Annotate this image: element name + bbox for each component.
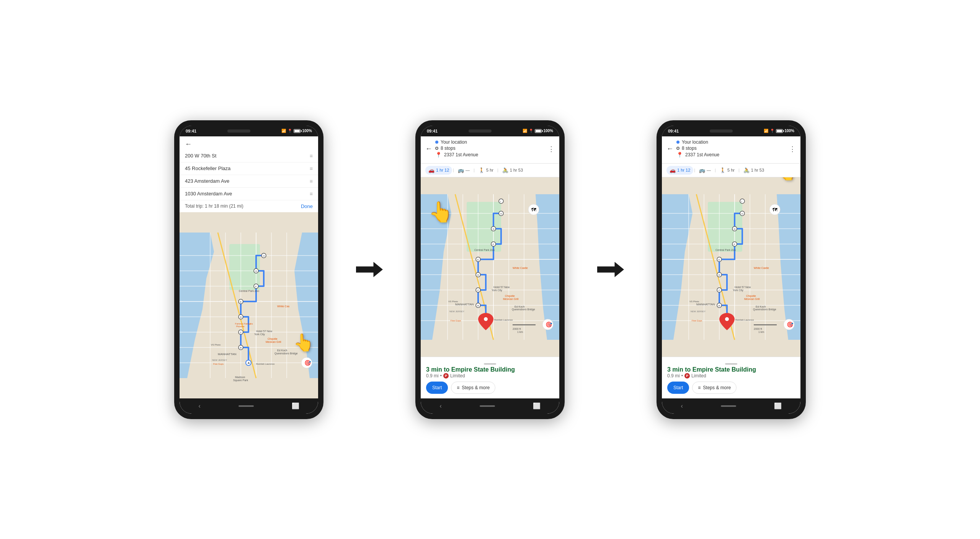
tab-walk-3[interactable]: 🚶 5 hr	[717, 166, 738, 175]
red-pin-2: 📍	[435, 152, 442, 158]
svg-point-87	[499, 199, 503, 203]
steps-more-button-3[interactable]: ≡ Steps & more	[692, 382, 737, 394]
svg-text:🎯: 🎯	[787, 321, 794, 328]
svg-text:Central Park Zoo: Central Park Zoo	[715, 249, 736, 251]
battery-pct-1: 100%	[302, 129, 312, 133]
svg-text:VS Photo: VS Photo	[448, 300, 458, 303]
svg-text:H: H	[263, 255, 265, 257]
done-button[interactable]: Done	[301, 203, 313, 209]
start-button-3[interactable]: Start	[667, 382, 689, 394]
svg-text:F: F	[493, 243, 494, 246]
svg-text:White Castle: White Castle	[513, 267, 528, 269]
bottom-sheet-2: 3 min to Empire State Building 0.9 mi • …	[421, 357, 559, 398]
time-2: 09:41	[427, 129, 438, 133]
svg-text:C: C	[477, 289, 479, 292]
tab-bike-2[interactable]: 🚴 1 hr 53	[499, 166, 526, 175]
tab-walk-2[interactable]: 🚶 5 hr	[475, 166, 497, 175]
parking-badge-3: P	[684, 373, 690, 378]
battery-pct-2: 100%	[543, 129, 553, 133]
svg-text:B: B	[719, 305, 720, 307]
svg-text:Five Guys: Five Guys	[213, 363, 224, 365]
svg-text:White Cas: White Cas	[277, 305, 290, 308]
route-header-top-2: ← Your location 8 stops 📍 2337 1st Av	[425, 139, 555, 159]
steps-button-2[interactable]: ≡ Steps & more	[451, 382, 495, 394]
back-button-3[interactable]: ←	[666, 145, 673, 153]
svg-text:VS Photo: VS Photo	[689, 300, 699, 303]
svg-text:Mexican Grill: Mexican Grill	[266, 341, 281, 343]
stops-header: ←	[180, 136, 318, 150]
svg-text:Hotel 57 New: Hotel 57 New	[493, 286, 510, 288]
back-nav-3[interactable]: ‹	[681, 403, 683, 410]
notch-2	[469, 129, 492, 133]
steps-icon-2: ≡	[457, 385, 459, 390]
tab-car-3[interactable]: 🚗 1 hr 12	[666, 166, 693, 175]
drag-handle-1[interactable]: ≡	[310, 153, 313, 159]
bus-dash-2: —	[466, 168, 470, 172]
svg-text:F: F	[734, 243, 735, 246]
svg-rect-104	[513, 324, 536, 325]
tab-car-2[interactable]: 🚗 1 hr 12	[425, 166, 452, 175]
drag-handle-2[interactable]: ≡	[310, 165, 313, 172]
back-nav-1[interactable]: ‹	[198, 403, 200, 410]
map-area-1: A B C D E F G H MANHATTAN	[180, 212, 318, 398]
svg-text:1 km: 1 km	[517, 331, 523, 333]
svg-text:E: E	[477, 259, 479, 261]
tab-sep-3: |	[497, 168, 498, 172]
home-indicator-2[interactable]	[480, 405, 495, 407]
stops-list: 200 W 70th St ≡ 45 Rockefeller Plaza ≡ 4…	[180, 150, 318, 200]
map-svg-3: A B C D E F G H I	[662, 177, 800, 357]
notch-3	[710, 129, 733, 133]
signal-icon-3: 📶	[764, 129, 768, 133]
transport-tabs-2: 🚗 1 hr 12 | 🚌 — | 🚶 5 hr | 🚴 1 hr 53	[421, 164, 559, 177]
arrow-1	[354, 260, 385, 279]
tab-bike-3[interactable]: 🚴 1 hr 53	[740, 166, 767, 175]
svg-text:A: A	[248, 362, 250, 364]
battery-2	[535, 129, 542, 133]
stop-address-3: 423 Amsterdam Ave	[185, 178, 307, 184]
back-button-2[interactable]: ←	[425, 145, 432, 153]
back-nav-2[interactable]: ‹	[439, 403, 441, 410]
stop-address-4: 1030 Amsterdam Ave	[185, 191, 307, 197]
map-area-2: A B C D E F G H I	[421, 177, 559, 357]
tab-bus-2[interactable]: 🚌 —	[455, 166, 473, 175]
route-from-3: Your location	[676, 139, 789, 145]
steps-icon-3: ≡	[698, 385, 701, 390]
route-from-2: Your location	[435, 139, 548, 145]
phone-3: 09:41 📶 📍 100% ← Your locat	[657, 120, 806, 419]
screen-content-3: ← Your location 8 stops 📍 2337 1st Av	[662, 136, 800, 398]
square-nav-2[interactable]: ⬜	[533, 402, 541, 410]
blue-dot-2	[435, 141, 438, 144]
svg-text:G: G	[493, 228, 495, 230]
more-options-2[interactable]: ⋮	[548, 145, 555, 153]
svg-text:York City: York City	[492, 289, 502, 292]
svg-text:Ed Koch: Ed Koch	[756, 305, 766, 308]
drag-handle-3[interactable]: ≡	[310, 178, 313, 184]
home-indicator-3[interactable]	[721, 405, 736, 407]
destination-info-2: 3 min to Empire State Building 0.9 mi • …	[426, 366, 554, 378]
svg-text:🎯: 🎯	[304, 360, 311, 366]
home-indicator-1[interactable]	[238, 405, 254, 407]
bike-time-2: 1 hr 53	[510, 168, 523, 172]
tab-bus-3[interactable]: 🚌 —	[696, 166, 714, 175]
square-nav-1[interactable]: ⬜	[292, 402, 299, 410]
svg-text:E: E	[240, 301, 242, 303]
start-button-2[interactable]: Start	[426, 382, 448, 394]
svg-text:Reinlieb Laurence: Reinlieb Laurence	[494, 319, 513, 321]
bottom-sheet-3: 3 min to Empire State Building 0.9 mi • …	[662, 357, 800, 398]
sheet-handle-3	[725, 363, 737, 365]
route-to-3: 📍 2337 1st Avenue	[676, 152, 789, 158]
svg-text:Queensboro Bridge: Queensboro Bridge	[753, 308, 776, 311]
svg-text:1 km: 1 km	[758, 331, 764, 333]
square-nav-3[interactable]: ⬜	[774, 402, 782, 410]
back-button-1[interactable]: ←	[185, 140, 192, 148]
arrow-2	[595, 260, 626, 279]
drag-handle-4[interactable]: ≡	[310, 191, 313, 197]
signal-icon-1: 📶	[281, 129, 286, 133]
tab-sep-1: |	[453, 168, 454, 172]
svg-text:E: E	[719, 259, 720, 261]
svg-text:Reinlieb Laurence: Reinlieb Laurence	[256, 363, 275, 365]
more-options-3[interactable]: ⋮	[789, 145, 796, 153]
arrow-shape-1	[356, 262, 383, 277]
svg-text:NEW JERSEY: NEW JERSEY	[212, 359, 227, 361]
tab-sep-4: |	[694, 168, 695, 172]
